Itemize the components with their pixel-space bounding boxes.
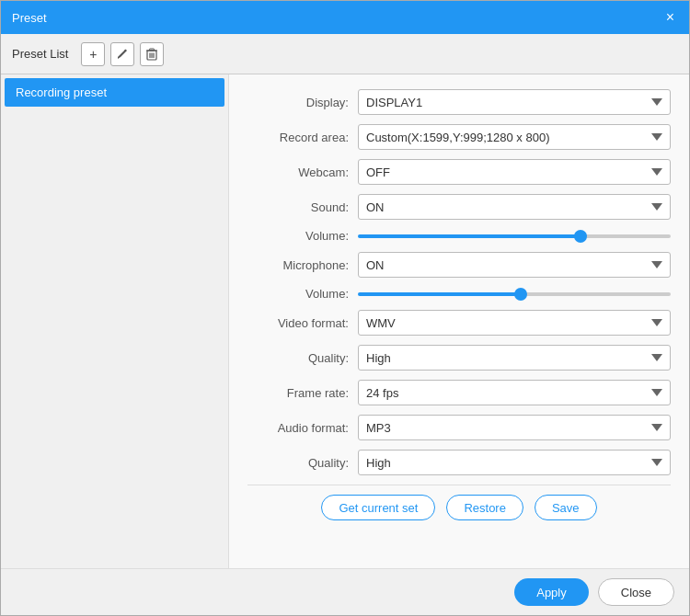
main-content: Recording preset Display: DISPLAY1 Recor… bbox=[1, 74, 689, 568]
audio-format-label: Audio format: bbox=[247, 421, 358, 435]
audio-format-select[interactable]: MP3 bbox=[358, 415, 671, 440]
record-area-row: Record area: Custom(X:1599,Y:999;1280 x … bbox=[247, 124, 671, 150]
sound-volume-row: Volume: bbox=[247, 229, 671, 243]
frame-rate-control: 24 fps bbox=[358, 380, 671, 405]
footer-close-button[interactable]: Close bbox=[598, 578, 674, 606]
sound-row: Sound: ON bbox=[247, 194, 671, 220]
webcam-control: OFF bbox=[358, 159, 671, 185]
audio-quality-label: Quality: bbox=[247, 456, 358, 470]
save-button[interactable]: Save bbox=[535, 495, 597, 520]
delete-icon bbox=[146, 48, 157, 61]
video-format-select[interactable]: WMV bbox=[358, 310, 671, 336]
mic-volume-row: Volume: bbox=[247, 287, 671, 301]
delete-preset-button[interactable] bbox=[140, 42, 164, 66]
sound-select[interactable]: ON bbox=[358, 194, 671, 220]
webcam-row: Webcam: OFF bbox=[247, 159, 671, 185]
sound-volume-slider[interactable] bbox=[358, 234, 671, 238]
audio-quality-row: Quality: High bbox=[247, 450, 671, 475]
edit-icon bbox=[117, 49, 128, 60]
edit-preset-button[interactable] bbox=[110, 42, 134, 66]
get-current-set-button[interactable]: Get current set bbox=[321, 495, 435, 520]
dialog-title: Preset bbox=[12, 11, 47, 25]
sound-volume-slider-container bbox=[358, 234, 671, 238]
video-format-control: WMV bbox=[358, 310, 671, 336]
display-control: DISPLAY1 bbox=[358, 89, 671, 115]
audio-quality-control: High bbox=[358, 450, 671, 475]
display-label: Display: bbox=[247, 96, 358, 109]
audio-quality-select[interactable]: High bbox=[358, 450, 671, 475]
record-area-select[interactable]: Custom(X:1599,Y:999;1280 x 800) bbox=[358, 124, 671, 150]
microphone-row: Microphone: ON bbox=[247, 252, 671, 278]
preset-list-label: Preset List bbox=[12, 47, 68, 61]
settings-panel: Display: DISPLAY1 Record area: Custom(X:… bbox=[229, 74, 689, 568]
sidebar-item-label: Recording preset bbox=[16, 86, 107, 99]
sound-label: Sound: bbox=[247, 200, 358, 214]
mic-volume-label: Volume: bbox=[247, 287, 358, 301]
microphone-label: Microphone: bbox=[247, 258, 358, 272]
sidebar-item-recording-preset[interactable]: Recording preset bbox=[5, 78, 224, 107]
display-row: Display: DISPLAY1 bbox=[247, 89, 671, 115]
frame-rate-select[interactable]: 24 fps bbox=[358, 380, 671, 405]
video-quality-label: Quality: bbox=[247, 351, 358, 365]
frame-rate-row: Frame rate: 24 fps bbox=[247, 380, 671, 405]
close-icon[interactable]: × bbox=[662, 8, 678, 27]
video-quality-row: Quality: High bbox=[247, 345, 671, 371]
sound-volume-label: Volume: bbox=[247, 229, 358, 243]
webcam-label: Webcam: bbox=[247, 165, 358, 179]
audio-format-control: MP3 bbox=[358, 415, 671, 440]
display-select[interactable]: DISPLAY1 bbox=[358, 89, 671, 115]
microphone-control: ON bbox=[358, 252, 671, 278]
video-format-row: Video format: WMV bbox=[247, 310, 671, 336]
sidebar: Recording preset bbox=[1, 74, 229, 568]
restore-button[interactable]: Restore bbox=[446, 495, 523, 520]
title-bar: Preset × bbox=[1, 1, 689, 34]
frame-rate-label: Frame rate: bbox=[247, 386, 358, 400]
record-area-label: Record area: bbox=[247, 131, 358, 144]
record-area-control: Custom(X:1599,Y:999;1280 x 800) bbox=[358, 124, 671, 150]
mic-volume-slider[interactable] bbox=[358, 292, 671, 296]
add-preset-button[interactable]: + bbox=[81, 42, 105, 66]
microphone-select[interactable]: ON bbox=[358, 252, 671, 278]
toolbar: Preset List + bbox=[1, 34, 689, 74]
apply-button[interactable]: Apply bbox=[514, 578, 589, 606]
sound-control: ON bbox=[358, 194, 671, 220]
footer: Apply Close bbox=[1, 568, 689, 615]
video-quality-select[interactable]: High bbox=[358, 345, 671, 371]
bottom-actions: Get current set Restore Save bbox=[247, 485, 671, 531]
mic-volume-slider-container bbox=[358, 292, 671, 296]
audio-format-row: Audio format: MP3 bbox=[247, 415, 671, 440]
webcam-select[interactable]: OFF bbox=[358, 159, 671, 185]
video-quality-control: High bbox=[358, 345, 671, 371]
preset-dialog: Preset × Preset List + bbox=[0, 0, 690, 616]
video-format-label: Video format: bbox=[247, 316, 358, 330]
